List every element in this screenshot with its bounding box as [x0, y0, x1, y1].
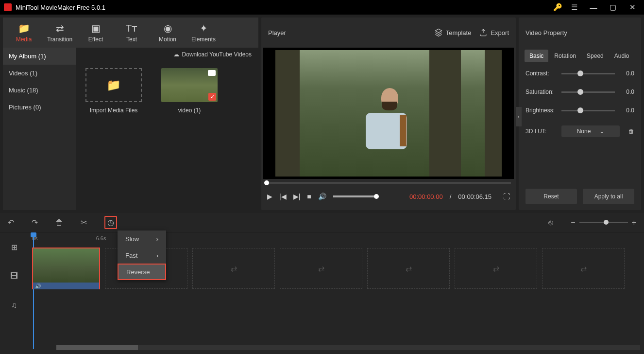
- download-icon: ☁: [173, 51, 179, 58]
- snap-icon[interactable]: ⎋: [548, 218, 553, 227]
- video-preview[interactable]: [263, 48, 514, 179]
- sidebar-item-album[interactable]: My Album (1): [3, 48, 76, 65]
- prop-tab-speed[interactable]: Speed: [582, 50, 609, 62]
- brightness-label: Brightness:: [525, 107, 557, 114]
- saturation-label: Saturation:: [525, 88, 557, 95]
- apply-all-button[interactable]: Apply to all: [583, 189, 634, 204]
- prev-frame-button[interactable]: |◀: [279, 193, 287, 200]
- media-panel: 📁Media ⇄Transition ▣Effect TᴛText ◉Motio…: [3, 18, 258, 210]
- clip-placeholder[interactable]: ⇄: [280, 248, 362, 289]
- timeline: ↶ ↷ 🗑 ✂ ◷ ⎋ − + ⊞ 🎞 ♫ 0s 6.6s �: [0, 213, 644, 354]
- add-track-icon[interactable]: ⊞: [0, 232, 28, 262]
- split-button[interactable]: ✂: [81, 218, 87, 227]
- time-sep: /: [450, 193, 452, 200]
- next-frame-button[interactable]: ▶|: [293, 193, 301, 200]
- zoom-in-button[interactable]: +: [632, 218, 636, 227]
- redo-button[interactable]: ↷: [32, 218, 38, 227]
- media-area: ☁Download YouTube Videos 📁 Import Media …: [76, 48, 258, 210]
- speaker-icon: 🔊: [35, 283, 41, 289]
- brightness-value: 0.0: [620, 107, 634, 114]
- import-media-button[interactable]: 📁 Import Media Files: [85, 68, 142, 114]
- properties-title: Video Property: [519, 18, 641, 48]
- template-button[interactable]: Template: [434, 28, 472, 37]
- folder-icon: 📁: [106, 78, 121, 92]
- properties-panel: Video Property Basic Rotation Speed Audi…: [519, 18, 641, 210]
- player-title: Player: [268, 29, 426, 36]
- app-logo: [4, 3, 12, 11]
- stop-button[interactable]: ■: [307, 193, 311, 200]
- saturation-slider[interactable]: [561, 91, 615, 93]
- clip-placeholder[interactable]: ⇄: [192, 248, 275, 289]
- player-panel: Player Template Export ▶ |◀ ▶| ■ 🔊 00:00…: [261, 18, 516, 210]
- expand-panel-toggle[interactable]: ›: [516, 107, 522, 126]
- clip-placeholder[interactable]: ⇄: [367, 248, 450, 289]
- speed-menu-fast[interactable]: Fast›: [118, 247, 166, 264]
- tab-text[interactable]: TᴛText: [115, 19, 149, 46]
- close-icon[interactable]: ✕: [625, 3, 640, 12]
- prop-tab-basic[interactable]: Basic: [525, 50, 548, 62]
- time-current: 00:00:00.00: [409, 193, 443, 200]
- tab-transition[interactable]: ⇄Transition: [43, 19, 77, 46]
- brightness-slider[interactable]: [561, 110, 615, 111]
- clip-placeholder[interactable]: ⇄: [455, 248, 537, 289]
- key-icon[interactable]: 🔑: [553, 3, 562, 12]
- delete-button[interactable]: 🗑: [55, 218, 63, 227]
- play-button[interactable]: ▶: [267, 193, 272, 200]
- volume-icon[interactable]: 🔊: [318, 193, 326, 200]
- contrast-value: 0.0: [620, 70, 634, 77]
- thumb-label: video (1): [178, 107, 201, 114]
- speed-menu-reverse[interactable]: Reverse: [118, 264, 166, 280]
- minimize-icon[interactable]: —: [586, 3, 601, 12]
- tab-media[interactable]: 📁Media: [7, 19, 41, 46]
- zoom-out-button[interactable]: −: [571, 218, 575, 227]
- prop-tab-audio[interactable]: Audio: [610, 50, 634, 62]
- sidebar-item-videos[interactable]: Videos (1): [3, 65, 76, 82]
- app-title: MiniTool MovieMaker Free 5.0.1: [16, 4, 549, 11]
- chevron-right-icon: ›: [156, 252, 158, 259]
- video-track-icon: 🎞: [0, 262, 28, 291]
- fullscreen-icon[interactable]: ⛶: [503, 193, 510, 200]
- contrast-label: Contrast:: [525, 70, 557, 77]
- export-icon: [479, 28, 488, 37]
- speed-button[interactable]: ◷: [104, 216, 117, 229]
- lut-label: 3D LUT:: [525, 128, 557, 135]
- timeline-scrollbar[interactable]: [56, 345, 640, 350]
- check-icon: ✓: [208, 93, 216, 101]
- media-sidebar: My Album (1) Videos (1) Music (18) Pictu…: [3, 48, 76, 210]
- clip-placeholder[interactable]: ⇄: [542, 248, 625, 289]
- contrast-slider[interactable]: [561, 73, 615, 74]
- reset-button[interactable]: Reset: [525, 189, 577, 204]
- lut-dropdown[interactable]: None⌄: [561, 125, 620, 137]
- sidebar-item-music[interactable]: Music (18): [3, 82, 76, 99]
- media-thumb-video[interactable]: ✓ video (1): [161, 68, 218, 114]
- layers-icon: [434, 28, 443, 37]
- maximize-icon[interactable]: ▢: [605, 3, 621, 12]
- speed-menu: Slow› Fast› Reverse: [118, 230, 166, 280]
- saturation-value: 0.0: [620, 88, 634, 95]
- time-duration: 00:00:06.15: [458, 193, 491, 200]
- chevron-right-icon: ›: [156, 235, 158, 243]
- import-label: Import Media Files: [90, 107, 138, 114]
- sidebar-item-pictures[interactable]: Pictures (0): [3, 99, 76, 116]
- download-youtube-link[interactable]: Download YouTube Videos: [182, 51, 252, 58]
- audio-track-icon: ♫: [0, 291, 28, 320]
- volume-slider[interactable]: [333, 195, 377, 197]
- timeline-clip[interactable]: 🔊: [32, 248, 100, 289]
- seek-bar[interactable]: [266, 182, 511, 184]
- prop-tab-rotation[interactable]: Rotation: [549, 50, 581, 62]
- tab-effect[interactable]: ▣Effect: [79, 19, 113, 46]
- menu-icon[interactable]: ☰: [566, 3, 582, 12]
- tab-motion[interactable]: ◉Motion: [151, 19, 185, 46]
- tab-elements[interactable]: ✦Elements: [186, 19, 220, 46]
- undo-button[interactable]: ↶: [8, 218, 14, 227]
- chevron-down-icon: ⌄: [599, 128, 604, 135]
- camera-icon: [208, 70, 216, 76]
- trash-icon[interactable]: 🗑: [628, 128, 634, 135]
- speed-menu-slow[interactable]: Slow›: [118, 230, 166, 247]
- zoom-slider[interactable]: [579, 222, 628, 223]
- export-button[interactable]: Export: [479, 28, 509, 37]
- titlebar: MiniTool MovieMaker Free 5.0.1 🔑 ☰ — ▢ ✕: [0, 0, 644, 15]
- main-tabs: 📁Media ⇄Transition ▣Effect TᴛText ◉Motio…: [3, 18, 258, 48]
